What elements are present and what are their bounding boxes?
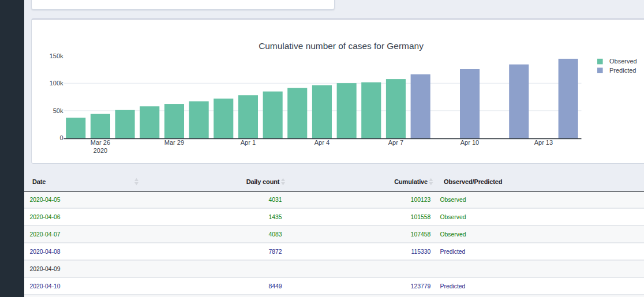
svg-text:Apr 1: Apr 1 — [241, 139, 256, 146]
svg-text:Apr 4: Apr 4 — [314, 139, 330, 146]
svg-text:150k: 150k — [50, 52, 63, 59]
svg-text:2020: 2020 — [93, 147, 107, 154]
svg-text:Predicted: Predicted — [609, 67, 636, 74]
svg-text:0: 0 — [59, 134, 63, 141]
svg-text:Apr 10: Apr 10 — [460, 139, 479, 146]
svg-text:Apr 13: Apr 13 — [534, 139, 553, 146]
svg-text:100k: 100k — [50, 80, 63, 87]
svg-text:Apr 7: Apr 7 — [388, 139, 403, 146]
svg-text:Mar 26: Mar 26 — [91, 139, 110, 146]
svg-text:50k: 50k — [53, 107, 63, 114]
svg-text:Observed: Observed — [609, 58, 637, 65]
svg-text:Mar 29: Mar 29 — [164, 139, 184, 146]
svg-text:Cumulative number of cases for: Cumulative number of cases for Germany — [259, 41, 424, 51]
